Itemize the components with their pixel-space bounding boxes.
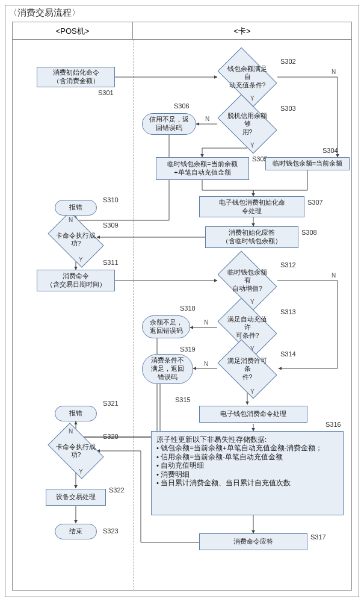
node-temp-has-auto: 临时钱包余额有 自动增值?	[222, 264, 273, 297]
lane-card-header: <卡>	[133, 22, 351, 39]
edge-s320-y: Y	[79, 468, 83, 475]
edge-s302-n: N	[332, 69, 336, 75]
label-s319: S319	[180, 346, 196, 353]
edge-s309-n: N	[69, 217, 73, 223]
node-temp-balance-same: 临时钱包余额=当前余额	[265, 157, 350, 170]
node-init-handle: 电子钱包消费初始化命 令处理	[199, 196, 304, 217]
edge-s320-n: N	[69, 428, 73, 435]
label-s312: S312	[280, 261, 296, 268]
edge-s303-y: Y	[250, 142, 254, 149]
node-error-2: 报错	[55, 406, 97, 421]
label-s323: S323	[103, 527, 119, 535]
label-s320: S320	[103, 433, 119, 440]
label-s315: S315	[175, 396, 191, 403]
edge-s303-n: N	[205, 116, 209, 122]
label-s314: S314	[280, 350, 296, 358]
label-s304: S304	[322, 147, 338, 154]
node-temp-balance-add: 临时钱包余额=当前余额 +单笔自动充值金额	[156, 157, 249, 180]
swimlane-body: 消费初始化命令 （含消费金额） S301 钱包余额满足自 动充值条件? S302…	[12, 40, 352, 591]
label-s310: S310	[103, 196, 119, 203]
node-consume-permit: 满足消费许可条 件?	[222, 352, 273, 386]
node-credit-insufficient: 信用不足，返 回错误码	[142, 113, 196, 135]
node-init-response: 消费初始化应答 （含临时钱包余额）	[205, 226, 298, 248]
label-s302: S302	[280, 58, 296, 65]
node-auto-permit: 满足自动充值许 可条件?	[222, 311, 273, 344]
node-device-txn: 设备交易处理	[46, 489, 106, 506]
node-consume-cmd: 消费命令 （含交易日期时间）	[37, 270, 115, 291]
node-cmd-success-2: 卡命令执行成 功?	[52, 435, 100, 467]
node-balance-check: 钱包余额满足自 动充值条件?	[222, 60, 273, 94]
label-s301: S301	[98, 89, 114, 96]
edge-s312-y: Y	[250, 299, 254, 305]
node-credit-check: 脱机信用余额够 用?	[222, 107, 273, 141]
label-s309: S309	[103, 222, 119, 229]
swimlane-header: <POS机> <卡>	[12, 22, 352, 40]
flow-canvas: 消费初始化命令 （含消费金额） S301 钱包余额满足自 动充值条件? S302…	[13, 40, 353, 591]
label-s307: S307	[307, 199, 323, 206]
edge-s309-y: Y	[79, 256, 83, 263]
diagram-title: 〈消费交易流程〉	[8, 7, 81, 19]
label-s306: S306	[174, 102, 190, 110]
lane-pos-header: <POS机>	[13, 22, 133, 39]
node-consume-cond-fail: 消费条件不 满足，返回 错误码	[142, 354, 193, 384]
label-s321: S321	[103, 400, 119, 407]
label-s311: S311	[103, 259, 119, 266]
label-s318: S318	[180, 305, 196, 312]
node-consume-handle: 电子钱包消费命令处理	[199, 406, 307, 423]
edge-s313-n: N	[204, 319, 208, 326]
label-s322: S322	[109, 486, 125, 494]
label-s303: S303	[280, 105, 296, 112]
edge-s302-y: Y	[250, 95, 254, 102]
node-atomic-update: 原子性更新以下非易失性存储数据: • 钱包余额=当前余额+单笔自动充值金额-消费…	[151, 431, 344, 515]
node-balance-insufficient: 余额不足， 返回错误码	[142, 315, 190, 338]
edge-s312-n: N	[332, 272, 336, 279]
edge-s314-y: Y	[250, 388, 254, 395]
label-s317: S317	[310, 533, 326, 541]
node-error-1: 报错	[55, 200, 97, 216]
label-s308: S308	[301, 229, 317, 236]
node-init-command: 消费初始化命令 （含消费金额）	[37, 67, 115, 87]
node-cmd-success-1: 卡命令执行成 功?	[52, 224, 100, 255]
node-end: 结束	[55, 524, 97, 539]
label-s313: S313	[280, 308, 296, 315]
edge-s314-n: N	[204, 361, 208, 367]
node-consume-response: 消费命令应答	[199, 533, 307, 550]
label-s316: S316	[325, 421, 341, 428]
